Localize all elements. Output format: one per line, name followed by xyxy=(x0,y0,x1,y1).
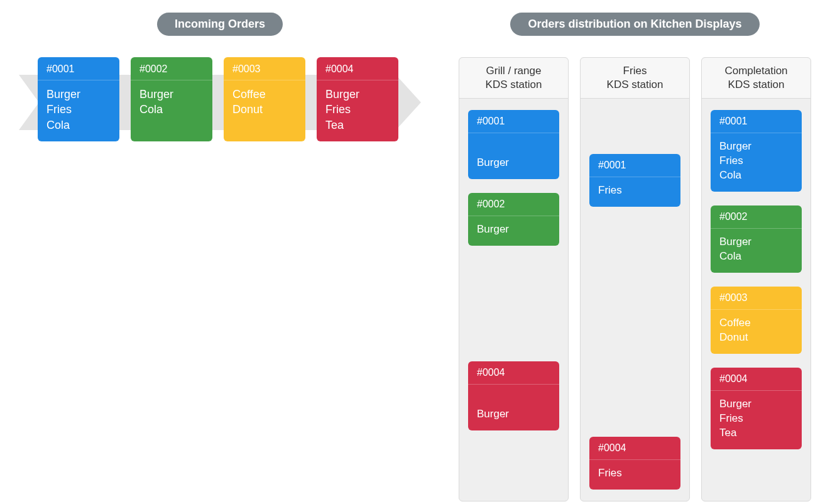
layout-spacer xyxy=(589,110,680,140)
order-item: Burger xyxy=(719,235,793,249)
order-items: Fries xyxy=(589,460,680,490)
order-item: Cola xyxy=(719,249,793,264)
station-order-card: #0004Fries xyxy=(589,437,680,490)
order-items: Burger xyxy=(468,216,559,246)
station-order-card: #0002Burger xyxy=(468,193,559,246)
incoming-title: Incoming Orders xyxy=(157,13,283,36)
order-items: CoffeeDonut xyxy=(224,80,305,126)
order-item: Cola xyxy=(719,168,793,183)
order-id: #0004 xyxy=(711,368,802,391)
order-item: Burger xyxy=(719,397,793,412)
station-title: CompletationKDS station xyxy=(702,58,811,99)
order-item: Burger xyxy=(46,87,111,102)
incoming-column: Incoming Orders #0001BurgerFriesCola#000… xyxy=(19,13,421,158)
order-id: #0004 xyxy=(589,437,680,460)
station-column: Grill / rangeKDS station#0001Burger#0002… xyxy=(459,57,569,501)
order-id: #0002 xyxy=(711,205,802,229)
incoming-order-card: #0001BurgerFriesCola xyxy=(38,57,119,141)
order-items: BurgerCola xyxy=(711,229,802,273)
order-item: Donut xyxy=(719,331,793,345)
station-order-card: #0002BurgerCola xyxy=(711,205,802,273)
order-item: Burger xyxy=(477,222,550,237)
order-item: Cola xyxy=(139,102,204,117)
order-id: #0001 xyxy=(711,110,802,133)
distribution-column: Orders distribution on Kitchen Displays … xyxy=(459,13,811,501)
layout-spacer xyxy=(468,260,559,348)
incoming-order-card: #0002BurgerCola xyxy=(131,57,212,141)
order-item: Burger xyxy=(477,156,550,170)
incoming-order-card: #0004BurgerFriesTea xyxy=(317,57,398,141)
order-id: #0001 xyxy=(38,57,119,80)
distribution-title: Orders distribution on Kitchen Displays xyxy=(510,13,759,36)
order-item: Tea xyxy=(719,426,793,441)
order-id: #0003 xyxy=(224,57,305,80)
station-body: #0001Burger#0002Burger#0004Burger xyxy=(459,99,568,501)
order-item: Donut xyxy=(232,102,297,117)
order-item: Burger xyxy=(139,87,204,102)
order-items: CoffeeDonut xyxy=(711,310,802,354)
station-order-card: #0004Burger xyxy=(468,361,559,430)
order-id: #0004 xyxy=(468,361,559,385)
station-column: CompletationKDS station#0001BurgerFriesC… xyxy=(701,57,811,501)
order-items: BurgerFriesCola xyxy=(38,80,119,141)
order-items: BurgerFriesTea xyxy=(711,391,802,449)
order-items: Burger xyxy=(468,385,559,430)
station-title: Grill / rangeKDS station xyxy=(459,58,568,99)
incoming-order-card: #0003CoffeeDonut xyxy=(224,57,305,141)
order-id: #0002 xyxy=(131,57,212,80)
order-item: Coffee xyxy=(719,316,793,331)
station-order-card: #0004BurgerFriesTea xyxy=(711,368,802,449)
station-order-card: #0001BurgerFriesCola xyxy=(711,110,802,192)
order-id: #0001 xyxy=(468,110,559,133)
station-column: FriesKDS station#0001Fries#0004Fries xyxy=(580,57,690,501)
order-items: Burger xyxy=(468,133,559,179)
order-item: Fries xyxy=(719,412,793,426)
station-order-card: #0001Burger xyxy=(468,110,559,179)
incoming-orders-row: #0001BurgerFriesCola#0002BurgerCola#0003… xyxy=(19,57,421,141)
order-items: Fries xyxy=(589,177,680,207)
station-body: #0001BurgerFriesCola#0002BurgerCola#0003… xyxy=(702,99,811,501)
order-item: Fries xyxy=(598,466,672,481)
station-order-card: #0003CoffeeDonut xyxy=(711,287,802,354)
order-item: Fries xyxy=(46,102,111,117)
incoming-arrow-wrap: #0001BurgerFriesCola#0002BurgerCola#0003… xyxy=(19,57,421,158)
stations-row: Grill / rangeKDS station#0001Burger#0002… xyxy=(459,57,811,501)
order-items: BurgerCola xyxy=(131,80,212,126)
order-item: Cola xyxy=(46,118,111,133)
order-item: Fries xyxy=(719,154,793,168)
layout-spacer xyxy=(589,221,680,423)
order-item: Fries xyxy=(325,102,390,117)
station-body: #0001Fries#0004Fries xyxy=(581,99,689,501)
order-item: Tea xyxy=(325,118,390,133)
order-id: #0003 xyxy=(711,287,802,310)
station-title: FriesKDS station xyxy=(581,58,689,99)
order-item: Burger xyxy=(719,140,793,154)
order-id: #0004 xyxy=(317,57,398,80)
order-id: #0002 xyxy=(468,193,559,216)
order-items: BurgerFriesTea xyxy=(317,80,398,141)
station-order-card: #0001Fries xyxy=(589,154,680,207)
order-items: BurgerFriesCola xyxy=(711,133,802,192)
order-item: Coffee xyxy=(232,87,297,102)
order-item: Fries xyxy=(598,184,672,198)
order-item: Burger xyxy=(325,87,390,102)
order-item: Burger xyxy=(477,407,550,422)
order-id: #0001 xyxy=(589,154,680,177)
